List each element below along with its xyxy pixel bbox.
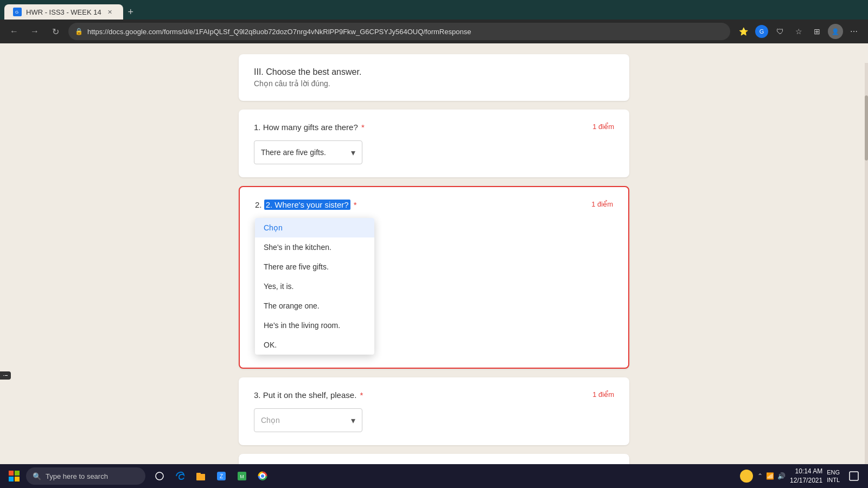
question3-partial-label: 3. Put it on the s: [254, 390, 312, 400]
question1-header: 1. How many gifts are there? * 1 điểm: [254, 123, 614, 132]
url-text: https://docs.google.com/forms/d/e/1FAIpQ…: [87, 28, 724, 36]
locale-display: ENG INTL: [827, 468, 840, 484]
network-icon[interactable]: 📶: [766, 472, 774, 480]
system-tray: ⌃ 📶 🔊: [757, 472, 786, 480]
reload-button[interactable]: ↻: [48, 24, 63, 39]
question1-text: 1. How many gifts are there?: [254, 123, 358, 132]
task-view-button[interactable]: [150, 466, 169, 486]
shield-button[interactable]: 🛡: [773, 24, 788, 39]
edge-icon[interactable]: [170, 466, 190, 486]
section3-title: III. Choose the best answer.: [254, 67, 614, 77]
taskbar-search-text: Type here to search: [46, 472, 108, 480]
taskbar-icons: Z M: [150, 466, 272, 486]
taskbar-right: ⌃ 📶 🔊 10:14 AM 12/17/2021 ENG INTL: [740, 466, 864, 486]
question2-dropdown-menu: Chọn She's in the kitchen. There are fiv…: [255, 218, 374, 355]
lock-icon: 🔒: [75, 28, 83, 35]
question2-card: 2. 2. Where's your sister? * 1 điểm Chọn…: [239, 186, 629, 369]
svg-rect-5: [15, 477, 20, 481]
section3-card: III. Choose the best answer. Chọn câu tr…: [239, 54, 629, 101]
taskbar-clock[interactable]: 10:14 AM 12/17/2021: [790, 467, 822, 485]
tab-bar: G HWR - ISS3 - WEEK 14 ✕ +: [0, 0, 868, 20]
weather-icon: [740, 470, 753, 483]
back-button[interactable]: ←: [7, 24, 22, 39]
svg-rect-4: [9, 477, 14, 481]
forward-button[interactable]: →: [27, 24, 42, 39]
form-container: III. Choose the best answer. Chọn câu tr…: [239, 54, 629, 464]
new-tab-button[interactable]: +: [123, 4, 138, 20]
question2-label: 2. 2. Where's your sister? *: [255, 200, 357, 209]
question1-label: 1. How many gifts are there? *: [254, 123, 365, 132]
url-box[interactable]: 🔒 https://docs.google.com/forms/d/e/1FAI…: [68, 23, 730, 40]
address-bar: ← → ↻ 🔒 https://docs.google.com/forms/d/…: [0, 20, 868, 43]
question3-card: 3. Put it on the shelf, please. * 1 điểm…: [239, 377, 629, 445]
question1-dropdown-arrow-icon: ▾: [351, 147, 355, 158]
user-avatar[interactable]: 👤: [828, 24, 843, 39]
question3-header: 3. Put it on the shelf, please. * 1 điểm: [254, 390, 614, 400]
active-tab[interactable]: G HWR - ISS3 - WEEK 14 ✕: [4, 4, 123, 20]
maps-icon[interactable]: M: [232, 466, 252, 486]
section3-subtitle: Chọn câu trả lời đúng.: [254, 79, 614, 88]
question2-area: Chọn She's in the kitchen. There are fiv…: [255, 218, 613, 355]
question3-points: 1 điểm: [592, 390, 614, 399]
feedback-button[interactable]: !: [0, 371, 11, 380]
chevron-up-icon[interactable]: ⌃: [757, 472, 763, 480]
browser-actions: ⭐ G 🛡 ☆ ⊞ 👤 ⋯: [736, 24, 861, 39]
tab-favicon: G: [13, 8, 22, 16]
question2-text-highlight: 2. Where's your sister?: [264, 200, 350, 210]
scrollbar[interactable]: [865, 63, 868, 464]
question2-required: *: [352, 200, 357, 209]
svg-point-6: [156, 472, 163, 480]
question1-dropdown[interactable]: There are five gifts. ▾: [254, 140, 362, 164]
file-explorer-icon[interactable]: [191, 466, 210, 486]
zoom-icon[interactable]: Z: [212, 466, 231, 486]
page-content: III. Choose the best answer. Chọn câu tr…: [0, 43, 868, 464]
question3-placeholder: Chọn: [261, 416, 280, 425]
taskbar-search-box[interactable]: 🔍 Type here to search: [26, 467, 145, 485]
favorites-button[interactable]: ☆: [791, 24, 806, 39]
svg-text:Z: Z: [220, 473, 223, 479]
svg-rect-15: [850, 472, 858, 480]
scrollbar-thumb[interactable]: [865, 95, 868, 160]
question1-points: 1 điểm: [592, 123, 614, 131]
svg-text:M: M: [240, 474, 244, 479]
taskbar-time-display: 10:14 AM: [790, 467, 822, 476]
question2-header: 2. 2. Where's your sister? * 1 điểm: [255, 200, 613, 209]
dropdown-option-living-room[interactable]: He's in the living room.: [255, 316, 374, 335]
dropdown-option-kitchen[interactable]: She's in the kitchen.: [255, 237, 374, 257]
taskbar-date-display: 12/17/2021: [790, 476, 822, 485]
search-icon: 🔍: [33, 472, 41, 480]
tab-title: HWR - ISS3 - WEEK 14: [26, 8, 101, 16]
svg-rect-2: [9, 471, 14, 476]
dropdown-option-orange-one[interactable]: The orange one.: [255, 296, 374, 316]
question3-dropdown[interactable]: Chọn ▾: [254, 408, 362, 432]
question4-card: 4. * 1 điểm Chọn ▾: [239, 454, 629, 464]
dropdown-option-five-gifts[interactable]: There are five gifts.: [255, 257, 374, 277]
volume-icon[interactable]: 🔊: [777, 472, 786, 480]
google-account-button[interactable]: G: [754, 24, 769, 39]
svg-rect-8: [196, 473, 201, 475]
dropdown-option-ok[interactable]: OK.: [255, 335, 374, 355]
question1-card: 1. How many gifts are there? * 1 điểm Th…: [239, 110, 629, 177]
dropdown-option-chon[interactable]: Chọn: [255, 218, 374, 237]
start-menu-button[interactable]: [4, 466, 24, 486]
question1-required: *: [359, 123, 365, 132]
tab-close-button[interactable]: ✕: [106, 8, 114, 16]
chrome-icon[interactable]: [253, 466, 272, 486]
question2-points: 1 điểm: [591, 200, 613, 208]
svg-text:G: G: [15, 10, 18, 15]
menu-button[interactable]: ⋯: [846, 24, 861, 39]
svg-point-14: [261, 474, 264, 478]
svg-rect-3: [15, 471, 20, 476]
dropdown-option-yes-it-is[interactable]: Yes, it is.: [255, 277, 374, 296]
question3-dropdown-arrow-icon: ▾: [351, 415, 355, 426]
question1-selected: There are five gifts.: [261, 148, 326, 157]
question3-required: *: [358, 390, 363, 400]
question2-number: 2.: [255, 200, 264, 209]
notification-button[interactable]: [844, 466, 864, 486]
extensions-button[interactable]: ⭐: [736, 24, 751, 39]
collections-button[interactable]: ⊞: [809, 24, 825, 39]
taskbar: 🔍 Type here to search Z: [0, 464, 868, 488]
question3-label: 3. Put it on the shelf, please. *: [254, 390, 363, 400]
